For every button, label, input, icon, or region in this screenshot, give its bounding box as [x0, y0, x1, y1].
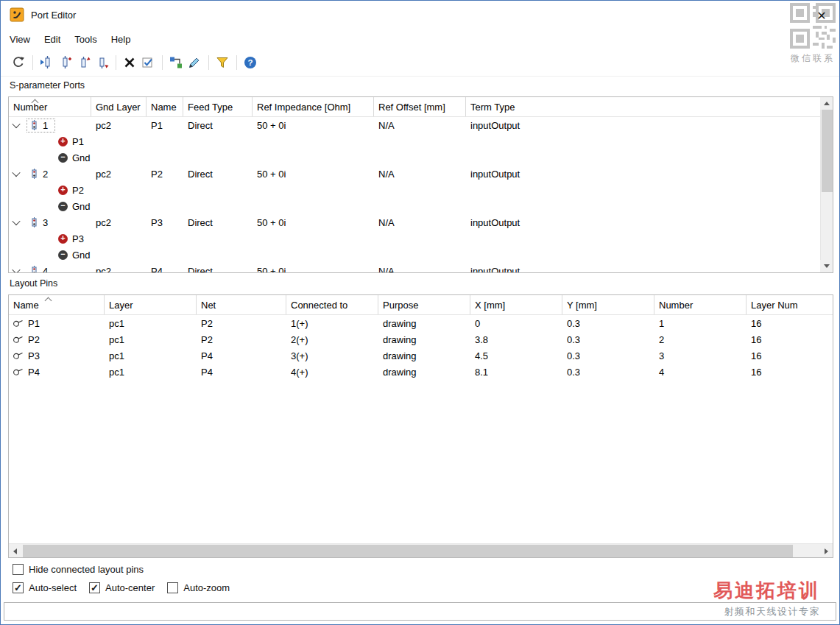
column-header-feed-type[interactable]: Feed Type [183, 97, 253, 116]
column-header-number[interactable]: Number [9, 97, 91, 116]
toolbar-separator [162, 55, 163, 70]
name-cell: P1 [147, 120, 183, 131]
sort-ascending-icon [46, 297, 51, 302]
validate-ports-icon[interactable] [139, 54, 157, 71]
name-cell: P3 [147, 217, 183, 228]
ref-offset-cell: N/A [374, 169, 466, 180]
column-header-connected-to[interactable]: Connected to [286, 295, 378, 314]
column-header-x[interactable]: X [mm] [470, 295, 562, 314]
port-gnd-row[interactable]: Gnd [9, 149, 820, 166]
edit-port-icon[interactable] [186, 54, 203, 71]
vertical-scrollbar[interactable] [820, 97, 833, 272]
svg-text:?: ? [247, 58, 253, 67]
ports-table-body: 1 pc2 P1 Direct 50 + 0i N/A inputOutput … [9, 117, 820, 273]
layout-pins-label: Layout Pins [10, 278, 57, 289]
name-cell: P2 [147, 169, 183, 180]
positive-pin-icon [58, 186, 68, 195]
port-row-2[interactable]: 2 pc2 P2 Direct 50 + 0i N/A inputOutput [9, 166, 820, 182]
horizontal-scrollbar[interactable] [9, 543, 833, 557]
scroll-down-icon[interactable] [820, 260, 833, 272]
column-header-gnd-layer[interactable]: Gnd Layer [91, 97, 147, 116]
expand-arrow-icon[interactable] [12, 120, 20, 128]
port-icon [29, 217, 39, 227]
delete-port-icon[interactable] [121, 54, 138, 71]
column-header-y[interactable]: Y [mm] [562, 295, 654, 314]
auto-select-option[interactable]: Auto-select [13, 582, 77, 593]
auto-center-option[interactable]: Auto-center [89, 582, 155, 593]
refresh-icon[interactable] [10, 54, 27, 71]
column-header-layer-num[interactable]: Layer Num [747, 295, 833, 314]
menu-view[interactable]: View [10, 34, 30, 45]
help-icon[interactable]: ? [241, 54, 259, 71]
gnd-layer-cell: pc2 [91, 217, 147, 228]
auto-create-ports-icon[interactable] [38, 54, 55, 71]
auto-zoom-option[interactable]: Auto-zoom [167, 582, 230, 593]
pin-row-2[interactable]: P2 pc1 P2 2(+) drawing 3.8 0.3 2 16 [9, 331, 833, 347]
vertical-scrollbar-thumb[interactable] [822, 110, 833, 192]
port-row-1[interactable]: 1 pc2 P1 Direct 50 + 0i N/A inputOutput [9, 117, 820, 133]
expand-arrow-icon[interactable] [12, 169, 20, 177]
name-cell: P4 [147, 266, 183, 274]
scroll-left-icon[interactable] [9, 545, 21, 558]
expand-arrow-icon[interactable] [12, 217, 20, 225]
auto-zoom-checkbox[interactable] [167, 582, 178, 593]
ground-pin-icon [58, 202, 68, 211]
pin-row-1[interactable]: P1 pc1 P2 1(+) drawing 0 0.3 1 16 [9, 315, 833, 331]
auto-center-checkbox[interactable] [89, 582, 100, 593]
sparameter-ports-table: Number Gnd Layer Name Feed Type Ref Impe… [8, 96, 833, 273]
column-header-ref-impedance[interactable]: Ref Impedance [Ohm] [253, 97, 374, 116]
column-header-term-type[interactable]: Term Type [466, 97, 820, 116]
column-header-ref-offset[interactable]: Ref Offset [mm] [374, 97, 466, 116]
status-input[interactable] [4, 602, 836, 621]
horizontal-scrollbar-thumb[interactable] [23, 545, 793, 557]
close-icon[interactable]: ✕ [813, 7, 830, 24]
port-row-3[interactable]: 3 pc2 P3 Direct 50 + 0i N/A inputOutput [9, 214, 820, 230]
column-header-layer[interactable]: Layer [105, 295, 197, 314]
port-gnd-row[interactable]: Gnd [9, 247, 820, 263]
feed-type-cell: Direct [183, 266, 253, 274]
hide-connected-pins-checkbox[interactable] [13, 564, 24, 575]
create-port-icon[interactable] [56, 54, 74, 71]
ref-offset-cell: N/A [374, 217, 466, 228]
port-pin-row[interactable]: P2 [9, 182, 820, 198]
menu-edit[interactable]: Edit [44, 34, 60, 45]
auto-select-checkbox[interactable] [13, 582, 24, 593]
window-title: Port Editor [31, 10, 76, 21]
hide-connected-pins-option[interactable]: Hide connected layout pins [13, 564, 144, 575]
term-type-cell: inputOutput [466, 169, 820, 180]
feed-type-cell: Direct [183, 120, 253, 131]
pin-icon [13, 319, 24, 328]
port-row-4[interactable]: 4 pc2 P4 Direct 50 + 0i N/A inputOutput [9, 263, 820, 273]
port-number-cell: 3 [27, 216, 55, 230]
port-icon [29, 169, 39, 179]
options-row-2: Auto-select Auto-center Auto-zoom [13, 582, 242, 593]
column-header-pin-number[interactable]: Number [654, 295, 747, 314]
column-header-net[interactable]: Net [197, 295, 286, 314]
scroll-right-icon[interactable] [820, 545, 833, 558]
ground-pin-icon [58, 153, 68, 163]
filter-icon[interactable] [213, 54, 231, 71]
port-gnd-row[interactable]: Gnd [9, 198, 820, 214]
column-header-pin-name[interactable]: Name [9, 295, 105, 314]
port-pin-row[interactable]: P1 [9, 133, 820, 149]
column-header-purpose[interactable]: Purpose [378, 295, 470, 314]
expand-arrow-icon[interactable] [12, 266, 20, 273]
toolbar-separator [32, 55, 33, 70]
demote-port-icon[interactable] [93, 54, 110, 71]
port-editor-window: Port Editor ✕ 微信联系 View Edit Tools Help [0, 0, 840, 625]
pin-row-3[interactable]: P3 pc1 P4 3(+) drawing 4.5 0.3 3 16 [9, 347, 833, 364]
port-number-cell: 1 [27, 119, 55, 133]
scroll-up-icon[interactable] [820, 97, 833, 110]
sparameter-ports-label: S-parameter Ports [10, 80, 85, 91]
connect-pins-icon[interactable] [167, 54, 185, 71]
menu-tools[interactable]: Tools [74, 34, 96, 45]
port-pin-row[interactable]: P3 [9, 230, 820, 247]
promote-port-icon[interactable] [74, 54, 92, 71]
column-header-name[interactable]: Name [147, 97, 183, 116]
ref-impedance-cell: 50 + 0i [253, 120, 374, 131]
ref-impedance-cell: 50 + 0i [253, 169, 374, 180]
ref-offset-cell: N/A [374, 120, 466, 131]
port-number-cell: 2 [27, 167, 55, 181]
pin-row-4[interactable]: P4 pc1 P4 4(+) drawing 8.1 0.3 4 16 [9, 364, 833, 380]
menu-help[interactable]: Help [111, 34, 131, 45]
